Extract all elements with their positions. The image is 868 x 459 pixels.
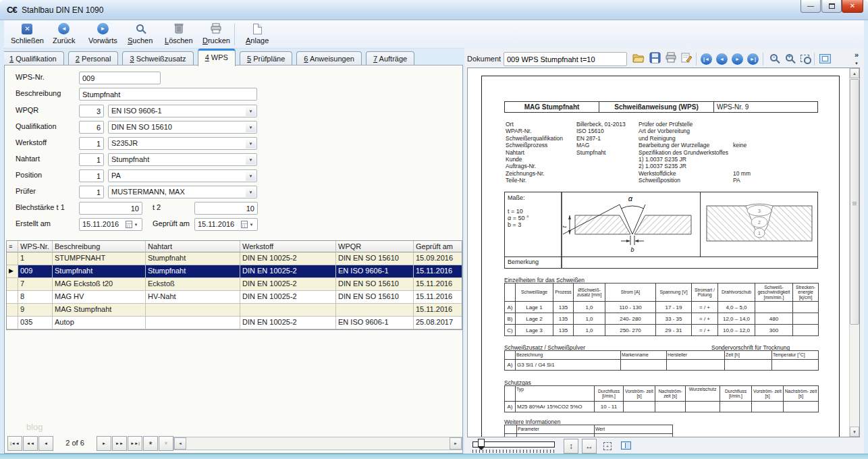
nav-next-page-button[interactable]: ►►: [112, 436, 127, 451]
toolbar-overflow-button[interactable]: » ▼: [852, 51, 861, 67]
tab-wps[interactable]: 4 WPS: [198, 49, 236, 66]
dropdown-icon[interactable]: ▼: [246, 122, 256, 132]
open-document-button[interactable]: [632, 52, 646, 66]
qualifikation-combo[interactable]: DIN EN SO 15610 ▼: [108, 121, 257, 134]
zoom-slider-track[interactable]: [472, 441, 555, 448]
zoom-out-button[interactable]: -: [767, 52, 781, 66]
nav-next-button[interactable]: ►: [97, 436, 111, 451]
zoom-region-button[interactable]: [798, 52, 812, 66]
scroll-left-icon[interactable]: ◄: [174, 437, 186, 450]
table-row-selected[interactable]: ▶ 009 Stumpfnaht Stumpfnaht DIN EN 10025…: [7, 265, 462, 278]
grid-header-werkstoff[interactable]: Werkstoff: [240, 241, 336, 252]
dokument-label: Dokument: [467, 55, 501, 63]
fit-height-icon: ↕: [569, 441, 573, 451]
t1-input[interactable]: [79, 202, 142, 215]
page-layout-button[interactable]: [618, 439, 633, 454]
wps-nr-input[interactable]: [79, 72, 161, 84]
dokument-name-input[interactable]: [504, 52, 627, 66]
close-window-button[interactable]: ✕: [842, 0, 863, 13]
grid-header-geprueft[interactable]: Geprüft am: [414, 241, 462, 252]
fit-height-button[interactable]: ↕: [564, 439, 578, 454]
vertical-scrollbar[interactable]: ▲ ▼: [849, 68, 859, 437]
search-button[interactable]: Suchen: [124, 22, 157, 47]
beschreibung-input[interactable]: [79, 88, 257, 101]
nav-first-button[interactable]: |◄◄: [7, 436, 22, 451]
grid-header-wpqr[interactable]: WPQR: [336, 241, 414, 252]
scroll-down-icon[interactable]: ▼: [850, 427, 859, 437]
maximize-button[interactable]: [821, 0, 842, 13]
last-page-icon: ►|: [747, 53, 759, 65]
grid-header-nahtart[interactable]: Nahtart: [146, 241, 240, 252]
chevron-right-icon: »: [855, 51, 859, 59]
nav-prior-button[interactable]: ◄: [38, 436, 53, 451]
prior-page-button[interactable]: ◄: [715, 52, 729, 66]
horizontal-scrollbar[interactable]: ◄ ►: [173, 437, 462, 450]
attachment-page-icon: [253, 24, 262, 34]
scroll-up-icon[interactable]: ▲: [850, 68, 859, 78]
grid-header-beschreibung[interactable]: Beschreibung: [53, 241, 146, 252]
forward-button[interactable]: ► Vorwärts: [84, 22, 121, 47]
scrollbar-thumb[interactable]: [850, 79, 859, 325]
qualifikation-number-input[interactable]: [79, 121, 104, 134]
table-row[interactable]: 9 MAG Stumpfnaht 15.11.2016: [7, 304, 462, 317]
doc-title-left: MAG Stumpfnaht: [505, 102, 599, 112]
print-document-button[interactable]: [663, 52, 678, 66]
table-row[interactable]: 035 Autop DIN EN 10025-2 EN ISO 9606-1 2…: [7, 317, 462, 329]
wpqr-number-input[interactable]: [79, 105, 104, 117]
nahtart-number-input[interactable]: [79, 153, 104, 166]
attachment-button[interactable]: Anlage: [242, 22, 273, 47]
printer-icon: [210, 22, 222, 34]
dropdown-icon[interactable]: ▼: [131, 219, 141, 230]
scroll-right-icon[interactable]: ►: [450, 437, 462, 450]
dropdown-icon[interactable]: ▼: [246, 187, 256, 197]
t2-input[interactable]: [194, 202, 258, 215]
nav-insert-disabled-button[interactable]: *: [159, 436, 173, 451]
erstellt-am-datepicker[interactable]: 15.11.2016 ▼: [79, 218, 142, 231]
table-row[interactable]: 1 STUMPFNAHT Stumpfnaht DIN EN 10025-2 D…: [7, 252, 462, 265]
table-row[interactable]: 7 MAG Eckstoß t20 Eckstoß DIN EN 10025-2…: [7, 278, 462, 291]
table-row[interactable]: 8 MAG HV HV-Naht DIN EN 10025-2 DIN EN S…: [7, 291, 462, 304]
forward-icon: ►: [97, 23, 109, 34]
dropdown-icon[interactable]: ▼: [246, 219, 256, 230]
dropdown-icon[interactable]: ▼: [246, 155, 256, 165]
last-page-button[interactable]: ►|: [746, 52, 760, 66]
dropdown-icon[interactable]: ▼: [246, 171, 256, 181]
fit-page-button[interactable]: +: [600, 439, 615, 454]
close-record-button[interactable]: ✕ Schließen: [7, 22, 48, 47]
grid-header-wps[interactable]: WPS-Nr.: [18, 241, 53, 252]
werkstoff-label: Werkstoff: [16, 137, 47, 146]
window-border-right: [864, 20, 868, 454]
first-page-button[interactable]: |◄: [699, 52, 713, 66]
dropdown-icon[interactable]: ▼: [246, 106, 256, 116]
minimize-button[interactable]: —: [801, 0, 821, 13]
erstellt-am-label: Erstellt am: [16, 218, 51, 227]
more-info-table: Parameter Wert: [504, 425, 673, 437]
nav-prior-page-button[interactable]: ◄◄: [23, 436, 38, 451]
document-preview[interactable]: MAG Stumpfnaht Schweißanweisung (WPS) WP…: [467, 68, 860, 437]
print-button[interactable]: Drucken: [198, 22, 234, 47]
position-combo[interactable]: PA ▼: [108, 169, 257, 182]
fit-width-button[interactable]: [818, 52, 832, 66]
werkstoff-number-input[interactable]: [79, 137, 104, 150]
position-number-input[interactable]: [79, 169, 104, 182]
delete-button[interactable]: Löschen: [161, 22, 197, 47]
fit-width-button-2[interactable]: ↔: [582, 439, 597, 454]
record-navigator: |◄◄ ◄◄ ◄ 2 of 6 ► ►► ►►| * * ◄ ►: [6, 436, 462, 451]
pruefer-combo[interactable]: MUSTERMANN, MAX ▼: [108, 186, 257, 198]
wpqr-combo[interactable]: EN ISO 9606-1 ▼: [108, 105, 257, 117]
werkstoff-combo[interactable]: S235JR ▼: [108, 137, 257, 150]
save-document-button[interactable]: [648, 52, 662, 66]
geprueft-am-datepicker[interactable]: 15.11.2016 ▼: [194, 218, 258, 231]
back-button[interactable]: ◄ Zurück: [49, 22, 80, 47]
next-page-button[interactable]: ►: [730, 52, 744, 66]
edit-document-button[interactable]: [679, 52, 693, 66]
zoom-in-button[interactable]: +: [782, 52, 796, 66]
nahtart-combo[interactable]: Stumpfnaht ▼: [108, 153, 257, 166]
nav-last-button[interactable]: ►►|: [128, 436, 142, 451]
dropdown-icon[interactable]: ▼: [246, 138, 256, 148]
nav-insert-button[interactable]: *: [143, 436, 158, 451]
pruefer-number-input[interactable]: [79, 186, 104, 198]
zoom-slider-thumb[interactable]: [478, 439, 485, 447]
grid-selector-header: ≡: [7, 241, 18, 252]
current-row-marker: ▶: [7, 265, 18, 278]
